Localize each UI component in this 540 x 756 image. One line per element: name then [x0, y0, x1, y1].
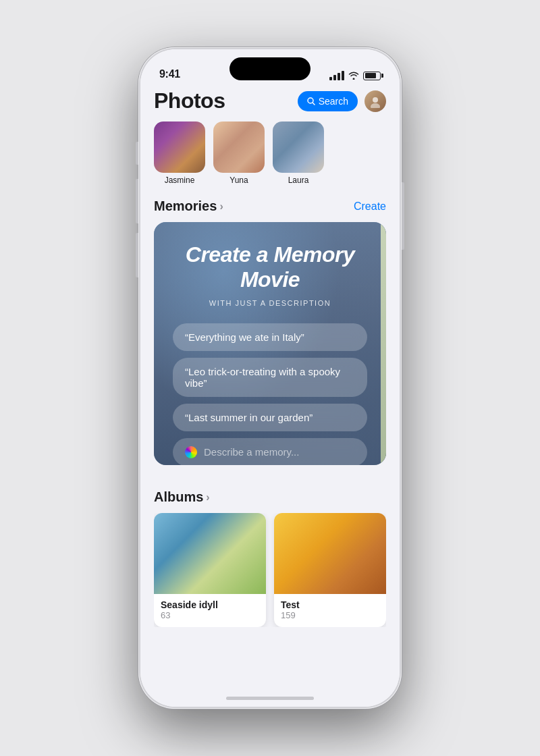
status-time: 9:41: [159, 68, 180, 80]
header-right: Search: [298, 90, 386, 112]
status-icons: [329, 71, 381, 80]
volume-down-button: [136, 233, 138, 277]
signal-icon: [329, 71, 344, 80]
suggestion-2-text: “Leo trick-or-treating with a spooky vib…: [185, 366, 340, 389]
memories-chevron: ›: [219, 200, 223, 213]
page-title: Photos: [154, 88, 225, 113]
person-name-jasmine: Jasmine: [165, 176, 195, 185]
person-photo-jasmine: [154, 122, 205, 173]
search-icon: [307, 97, 315, 105]
memory-subtitle: WITH JUST A DESCRIPTION: [173, 299, 367, 307]
memory-suggestions: “Everything we ate in Italy” “Leo trick-…: [173, 323, 367, 465]
albums-chevron: ›: [206, 491, 209, 504]
svg-point-3: [371, 103, 380, 108]
battery-icon: [363, 72, 381, 80]
album-name-seaside: Seaside idyll: [161, 599, 259, 610]
volume-up-button: [136, 179, 138, 223]
memories-title: Memories: [154, 198, 217, 214]
dynamic-island: [230, 57, 310, 80]
albums-title-group[interactable]: Albums ›: [154, 489, 210, 505]
person-photo-laura: [273, 122, 324, 173]
person-name-yuna: Yuna: [230, 176, 248, 185]
suggestion-1[interactable]: “Everything we ate in Italy”: [173, 323, 367, 351]
album-test[interactable]: Test 159: [274, 513, 386, 627]
create-button[interactable]: Create: [354, 200, 386, 213]
phone-inner: 9:41: [140, 49, 400, 707]
wifi-icon: [348, 72, 359, 80]
memory-input-field[interactable]: Describe a memory...: [173, 438, 367, 465]
memory-title: Create a Memory Movie: [173, 242, 367, 292]
suggestion-3-text: “Last summer in our garden”: [185, 412, 313, 423]
avatar[interactable]: [364, 90, 386, 112]
album-count-test: 159: [281, 610, 379, 620]
app-header: Photos Search: [140, 86, 400, 122]
screen: 9:41: [140, 49, 400, 707]
suggestion-2[interactable]: “Leo trick-or-treating with a spooky vib…: [173, 358, 367, 397]
memories-section-header: Memories › Create: [140, 196, 400, 222]
album-name-test: Test: [281, 599, 379, 610]
memory-input-placeholder: Describe a memory...: [204, 446, 299, 458]
apple-intelligence-icon: [185, 446, 197, 458]
albums-section: Albums › Seaside idyll 63: [140, 465, 400, 627]
person-yuna[interactable]: Yuna: [213, 122, 265, 185]
phone-frame: 9:41: [138, 47, 402, 709]
album-thumb-test: [274, 513, 386, 594]
search-button[interactable]: Search: [298, 91, 358, 111]
home-indicator: [226, 697, 314, 700]
suggestion-3[interactable]: “Last summer in our garden”: [173, 404, 367, 431]
person-jasmine[interactable]: Jasmine: [154, 122, 205, 185]
album-count-seaside: 63: [161, 610, 259, 620]
svg-point-0: [308, 98, 313, 103]
people-row: Jasmine Yuna Laura: [140, 122, 400, 196]
album-info-test: Test 159: [274, 594, 386, 627]
person-name-laura: Laura: [288, 176, 309, 185]
album-info-seaside: Seaside idyll 63: [154, 594, 266, 627]
memory-card-content: Create a Memory Movie WITH JUST A DESCRI…: [154, 222, 386, 465]
search-label: Search: [319, 96, 348, 107]
svg-line-1: [313, 103, 315, 105]
person-laura[interactable]: Laura: [273, 122, 324, 185]
albums-section-header: Albums ›: [154, 479, 386, 513]
memory-card[interactable]: Create a Memory Movie WITH JUST A DESCRI…: [154, 222, 386, 465]
memories-title-group[interactable]: Memories ›: [154, 198, 223, 214]
battery-fill: [365, 73, 377, 78]
albums-row: Seaside idyll 63 Test 159: [154, 513, 386, 627]
suggestion-1-text: “Everything we ate in Italy”: [185, 331, 304, 343]
album-thumb-seaside: [154, 513, 266, 594]
svg-point-2: [373, 97, 378, 103]
albums-title: Albums: [154, 489, 203, 505]
person-photo-yuna: [213, 122, 265, 173]
mute-button: [136, 142, 138, 165]
power-button: [402, 182, 404, 250]
album-seaside[interactable]: Seaside idyll 63: [154, 513, 266, 627]
phone-wrapper: 9:41: [138, 47, 402, 709]
